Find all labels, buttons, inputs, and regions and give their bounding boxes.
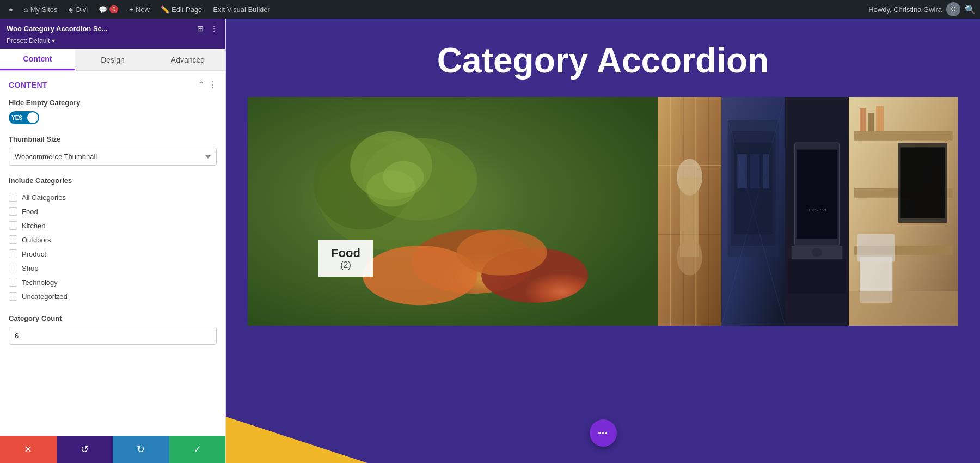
admin-bar: ● ⌂ My Sites ◈ Divi 💬 0 + New ✏️ Edit Pa… xyxy=(0,0,980,19)
plus-icon: + xyxy=(129,5,133,14)
svg-point-20 xyxy=(677,239,702,275)
list-item: Food xyxy=(9,204,217,218)
svg-rect-38 xyxy=(854,131,953,141)
collapse-section-button[interactable]: ⌃ xyxy=(198,80,205,90)
preset-bar[interactable]: Preset: Default ▾ xyxy=(0,37,225,49)
edit-page-button[interactable]: ✏️ Edit Page xyxy=(156,3,206,16)
comments-button[interactable]: 💬 0 xyxy=(94,3,122,16)
category-checkbox-all[interactable] xyxy=(9,193,17,202)
divi-button[interactable]: ◈ Divi xyxy=(64,3,93,16)
save-button[interactable]: ✓ xyxy=(169,436,226,463)
category-count-label: Category Count xyxy=(9,314,217,322)
category-label-all: All Categories xyxy=(22,193,66,202)
tab-design[interactable]: Design xyxy=(75,49,150,70)
svg-rect-27 xyxy=(737,154,747,188)
food-visual xyxy=(248,97,658,326)
accordion-cell-4[interactable]: ThinkPad xyxy=(785,97,849,326)
category-checkbox-shop[interactable] xyxy=(9,264,17,272)
new-button[interactable]: + New xyxy=(125,3,154,16)
section-header: Content ⌃ ⋮ xyxy=(9,80,217,90)
fab-button[interactable]: ••• xyxy=(590,419,617,447)
category-checkbox-product[interactable] xyxy=(9,249,17,258)
cancel-button[interactable]: ✕ xyxy=(0,436,57,463)
accordion-cell-food[interactable]: Food (2) xyxy=(248,97,658,326)
svg-rect-47 xyxy=(857,234,895,261)
thumbnail-size-field: Thumbnail Size Woocommerce Thumbnail Med… xyxy=(9,135,217,166)
thumbnail-size-label: Thumbnail Size xyxy=(9,135,217,143)
svg-point-10 xyxy=(383,161,424,193)
hide-empty-toggle[interactable]: YES xyxy=(9,111,39,124)
category-label-technology: Technology xyxy=(22,278,58,287)
toggle-thumb xyxy=(27,112,38,123)
svg-point-8 xyxy=(457,230,547,276)
redo-button[interactable]: ↻ xyxy=(113,436,169,463)
category-checkbox-uncategorized[interactable] xyxy=(9,292,17,301)
hide-empty-label: Hide Empty Category xyxy=(9,99,217,107)
categories-label: Include Categories xyxy=(9,176,217,185)
category-checkbox-technology[interactable] xyxy=(9,278,17,287)
canvas-area: Category Accordion xyxy=(226,19,980,463)
category-label-product: Product xyxy=(22,250,46,258)
accordion-grid: Food (2) xyxy=(248,97,958,326)
main-layout: Woo Category Accordion Se... ⊞ ⋮ Preset:… xyxy=(0,19,980,463)
section-actions: ⌃ ⋮ xyxy=(198,80,217,90)
list-item: Uncategorized xyxy=(9,289,217,303)
category-label-uncategorized: Uncategorized xyxy=(22,293,68,301)
category-label-outdoors: Outdoors xyxy=(22,236,51,244)
list-item: Shop xyxy=(9,261,217,275)
undo-button[interactable]: ↺ xyxy=(57,436,113,463)
category-checkbox-kitchen[interactable] xyxy=(9,221,17,230)
accordion-cell-2[interactable] xyxy=(658,97,721,326)
food-label-count: (2) xyxy=(329,260,362,270)
bottom-bar: ✕ ↺ ↻ ✓ xyxy=(0,436,225,463)
list-item: Technology xyxy=(9,275,217,289)
svg-rect-48 xyxy=(849,291,958,326)
panel-grid-icon[interactable]: ⊞ xyxy=(196,23,205,34)
divi-icon: ◈ xyxy=(69,5,74,14)
panel-content: Content ⌃ ⋮ Hide Empty Category YES T xyxy=(0,71,225,436)
tab-content[interactable]: Content xyxy=(0,49,75,70)
canvas-title: Category Accordion xyxy=(226,19,980,97)
tabs: Content Design Advanced xyxy=(0,49,225,71)
category-checkbox-outdoors[interactable] xyxy=(9,235,17,244)
list-item: All Categories xyxy=(9,190,217,204)
svg-rect-42 xyxy=(868,113,874,131)
wp-logo-button[interactable]: ● xyxy=(4,3,17,16)
toggle-wrapper: YES xyxy=(9,111,217,124)
svg-rect-41 xyxy=(860,108,866,131)
svg-text:ThinkPad: ThinkPad xyxy=(808,208,826,212)
panel-header: Woo Category Accordion Se... ⊞ ⋮ xyxy=(0,19,225,37)
panel-menu-icon[interactable]: ⋮ xyxy=(209,23,219,34)
list-item: Outdoors xyxy=(9,233,217,247)
sites-icon: ⌂ xyxy=(24,5,28,14)
category-label-kitchen: Kitchen xyxy=(22,222,45,230)
panel-header-icons: ⊞ ⋮ xyxy=(196,23,219,34)
thumbnail-size-select[interactable]: Woocommerce Thumbnail Medium Large Full xyxy=(9,148,217,166)
exit-builder-button[interactable]: Exit Visual Builder xyxy=(209,3,274,16)
svg-rect-28 xyxy=(750,154,760,188)
food-label-name: Food xyxy=(329,246,362,260)
svg-rect-29 xyxy=(763,154,769,188)
admin-bar-right: Howdy, Christina Gwira C 🔍 xyxy=(868,2,976,16)
category-checkbox-food[interactable] xyxy=(9,207,17,216)
section-menu-button[interactable]: ⋮ xyxy=(208,80,217,90)
food-label-box: Food (2) xyxy=(318,240,373,277)
section-title: Content xyxy=(9,81,47,89)
list-item: Product xyxy=(9,247,217,261)
accordion-cell-3[interactable] xyxy=(721,97,785,326)
svg-rect-45 xyxy=(901,147,945,218)
svg-rect-36 xyxy=(788,259,846,294)
accordion-cell-5[interactable] xyxy=(849,97,958,326)
tab-advanced[interactable]: Advanced xyxy=(150,49,225,70)
svg-rect-43 xyxy=(876,106,884,131)
category-count-input[interactable] xyxy=(9,327,217,345)
category-count-field: Category Count xyxy=(9,314,217,345)
panel-title: Woo Category Accordion Se... xyxy=(7,25,108,33)
canvas-bottom: ••• xyxy=(226,326,980,463)
search-icon[interactable]: 🔍 xyxy=(965,4,976,15)
avatar[interactable]: C xyxy=(946,2,960,16)
my-sites-button[interactable]: ⌂ My Sites xyxy=(20,3,62,16)
wp-icon: ● xyxy=(9,5,13,14)
svg-point-35 xyxy=(812,248,822,257)
category-label-food: Food xyxy=(22,208,38,216)
